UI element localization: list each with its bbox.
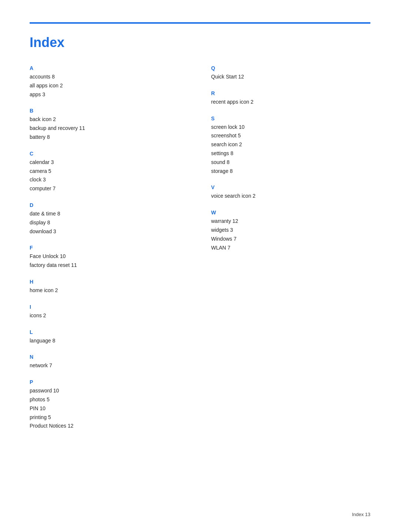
index-entry: date & time 8 [30,210,189,218]
index-entry: computer 7 [30,184,189,193]
section-letter: N [30,354,189,360]
section-letter: C [30,151,189,157]
index-section: Ddate & time 8display 8download 3 [30,202,189,236]
top-border [30,22,370,24]
index-entry: clock 3 [30,175,189,184]
index-entry: home icon 2 [30,286,189,295]
index-entry: search icon 2 [211,140,370,149]
index-section: Hhome icon 2 [30,279,189,295]
index-section: Bback icon 2backup and recovery 11batter… [30,108,189,141]
index-entry: sound 8 [211,158,370,167]
section-letter: L [30,329,189,335]
index-section: Sscreen lock 10screenshot 5search icon 2… [211,116,370,176]
index-section: Rrecent apps icon 2 [211,90,370,107]
index-entry: recent apps icon 2 [211,98,370,107]
section-letter: S [211,116,370,121]
index-entry: calendar 3 [30,158,189,167]
index-entry: Face Unlock 10 [30,252,189,261]
section-letter: I [30,304,189,310]
section-letter: R [211,90,370,96]
column-right: QQuick Start 12Rrecent apps icon 2Sscree… [211,65,370,261]
index-entry: Product Notices 12 [30,422,189,431]
index-section: Llanguage 8 [30,329,189,345]
section-letter: Q [211,65,370,71]
index-entry: backup and recovery 11 [30,124,189,133]
index-section: QQuick Start 12 [211,65,370,81]
index-entry: password 10 [30,387,189,395]
index-entry: Windows 7 [211,235,370,244]
index-section: Wwarranty 12widgets 3Windows 7WLAN 7 [211,210,370,252]
index-entry: photos 5 [30,395,189,404]
index-entry: storage 8 [211,167,370,176]
index-section: Aaccounts 8all apps icon 2apps 3 [30,65,189,99]
index-entry: Quick Start 12 [211,73,370,81]
section-letter: W [211,210,370,215]
index-entry: accounts 8 [30,73,189,81]
index-entry: warranty 12 [211,217,370,226]
index-section: Iicons 2 [30,304,189,320]
index-entry: PIN 10 [30,404,189,413]
page-footer: Index 13 [352,512,370,517]
section-letter: H [30,279,189,285]
index-entry: screen lock 10 [211,123,370,132]
index-entry: voice search icon 2 [211,192,370,201]
index-entry: camera 5 [30,167,189,176]
index-entry: battery 8 [30,133,189,142]
index-entry: back icon 2 [30,115,189,124]
page: Index Aaccounts 8all apps icon 2apps 3Bb… [0,0,400,532]
section-letter: P [30,379,189,385]
section-letter: V [211,184,370,190]
index-entry: WLAN 7 [211,244,370,252]
index-section: Vvoice search icon 2 [211,184,370,201]
section-letter: B [30,108,189,114]
index-entry: settings 8 [211,149,370,158]
index-entry: printing 5 [30,413,189,422]
index-columns: Aaccounts 8all apps icon 2apps 3Bback ic… [30,65,370,439]
index-section: Ccalendar 3camera 5clock 3computer 7 [30,151,189,193]
index-entry: language 8 [30,337,189,345]
index-entry: network 7 [30,361,189,370]
section-letter: D [30,202,189,208]
index-entry: icons 2 [30,311,189,320]
index-entry: factory data reset 11 [30,261,189,270]
index-entry: display 8 [30,218,189,227]
section-letter: A [30,65,189,71]
column-left: Aaccounts 8all apps icon 2apps 3Bback ic… [30,65,189,439]
index-entry: widgets 3 [211,226,370,235]
index-entry: all apps icon 2 [30,81,189,90]
index-entry: screenshot 5 [211,131,370,140]
index-section: Ppassword 10photos 5PIN 10printing 5Prod… [30,379,189,431]
page-title: Index [30,35,370,50]
index-section: FFace Unlock 10factory data reset 11 [30,245,189,270]
index-entry: download 3 [30,227,189,236]
index-section: Nnetwork 7 [30,354,189,370]
index-entry: apps 3 [30,90,189,99]
section-letter: F [30,245,189,251]
